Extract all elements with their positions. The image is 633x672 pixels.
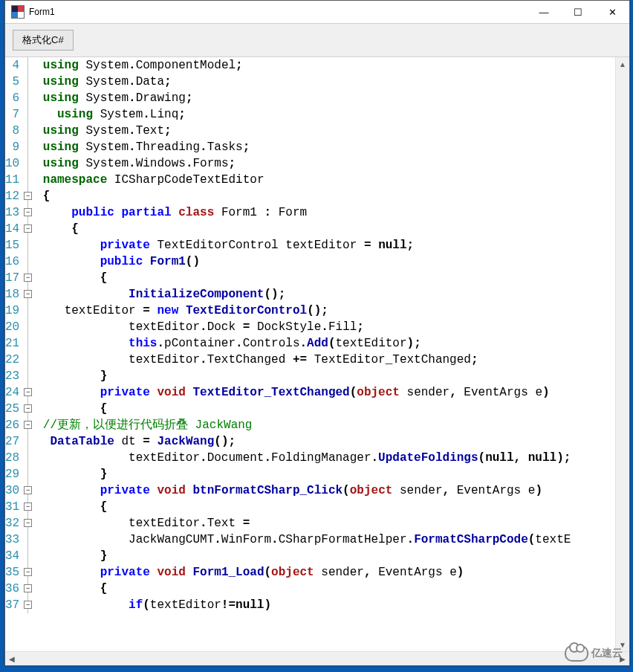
code-line[interactable]: private void btnFormatCSharp_Click(objec… bbox=[36, 482, 615, 499]
code-line[interactable]: { bbox=[36, 188, 615, 204]
code-line[interactable]: using System.Windows.Forms; bbox=[36, 155, 615, 172]
line-number: 36 bbox=[5, 581, 19, 597]
toolbar: 格式化C# bbox=[5, 24, 629, 57]
line-number: 28 bbox=[5, 450, 19, 466]
line-number: 23 bbox=[5, 368, 19, 384]
code-line[interactable]: using System.Threading.Tasks; bbox=[36, 139, 615, 155]
scroll-left-icon[interactable]: ◀ bbox=[5, 652, 19, 665]
scroll-up-icon[interactable]: ▲ bbox=[616, 57, 629, 71]
code-line[interactable]: this.pContainer.Controls.Add(textEditor)… bbox=[36, 335, 615, 352]
watermark: 亿速云 bbox=[565, 645, 623, 662]
code-line[interactable]: textEditor.Text = bbox=[36, 515, 615, 532]
line-number: 12 bbox=[5, 188, 19, 204]
code-area[interactable]: using System.ComponentModel; using Syste… bbox=[36, 57, 615, 651]
line-number: 24 bbox=[5, 384, 19, 401]
code-line[interactable]: private void TextEditor_TextChanged(obje… bbox=[36, 384, 615, 401]
watermark-text: 亿速云 bbox=[591, 647, 623, 660]
line-number: 19 bbox=[5, 303, 19, 319]
maximize-button[interactable]: ☐ bbox=[561, 1, 595, 23]
line-number: 13 bbox=[5, 204, 19, 221]
code-line[interactable]: public Form1() bbox=[36, 253, 615, 270]
code-line[interactable]: textEditor.TextChanged += TextEditor_Tex… bbox=[36, 352, 615, 368]
fold-toggle-icon[interactable]: − bbox=[24, 486, 32, 494]
line-number: 22 bbox=[5, 352, 19, 368]
code-line[interactable]: } bbox=[36, 548, 615, 564]
line-number: 6 bbox=[5, 90, 19, 106]
line-number: 20 bbox=[5, 319, 19, 335]
format-csharp-button[interactable]: 格式化C# bbox=[13, 30, 74, 51]
horizontal-scrollbar[interactable]: ◀ ▶ bbox=[5, 651, 629, 665]
fold-toggle-icon[interactable]: − bbox=[24, 388, 32, 396]
code-line[interactable]: //更新，以便进行代码折叠 JackWang bbox=[36, 417, 615, 433]
line-number: 21 bbox=[5, 335, 19, 352]
fold-toggle-icon[interactable]: − bbox=[24, 224, 32, 233]
line-number: 11 bbox=[5, 172, 19, 188]
code-line[interactable]: using System.Linq; bbox=[36, 106, 615, 123]
line-number: 25 bbox=[5, 401, 19, 417]
line-number: 32 bbox=[5, 515, 19, 532]
line-number: 4 bbox=[5, 57, 19, 74]
line-number: 37 bbox=[5, 597, 19, 613]
code-line[interactable]: using System.ComponentModel; bbox=[36, 57, 615, 74]
fold-toggle-icon[interactable]: − bbox=[24, 519, 32, 527]
fold-toggle-icon[interactable]: − bbox=[24, 404, 32, 413]
line-number: 15 bbox=[5, 237, 19, 253]
code-line[interactable]: } bbox=[36, 368, 615, 384]
fold-toggle-icon[interactable]: − bbox=[24, 568, 32, 576]
code-line[interactable]: using System.Text; bbox=[36, 123, 615, 139]
code-line[interactable]: if(textEditor!=null) bbox=[36, 597, 615, 613]
code-line[interactable]: InitializeComponent(); bbox=[36, 286, 615, 303]
code-editor[interactable]: 4567891011121314151617181920212223242526… bbox=[5, 57, 629, 665]
fold-toggle-icon[interactable]: − bbox=[24, 421, 32, 429]
vertical-scrollbar[interactable]: ▲ ▼ bbox=[615, 57, 629, 651]
fold-toggle-icon[interactable]: − bbox=[24, 274, 32, 282]
code-line[interactable]: private TextEditorControl textEditor = n… bbox=[36, 237, 615, 253]
line-number: 35 bbox=[5, 564, 19, 581]
code-line[interactable]: { bbox=[36, 221, 615, 237]
fold-toggle-icon[interactable]: − bbox=[24, 290, 32, 298]
scroll-track[interactable] bbox=[19, 652, 616, 665]
line-number: 8 bbox=[5, 123, 19, 139]
code-line[interactable]: { bbox=[36, 499, 615, 515]
line-number: 14 bbox=[5, 221, 19, 237]
code-line[interactable]: private void Form1_Load(object sender, E… bbox=[36, 564, 615, 581]
scroll-track[interactable] bbox=[616, 71, 629, 638]
code-line[interactable]: { bbox=[36, 401, 615, 417]
line-number: 5 bbox=[5, 74, 19, 90]
code-line[interactable]: DataTable dt = JackWang(); bbox=[36, 433, 615, 450]
app-icon bbox=[11, 5, 25, 19]
line-number: 33 bbox=[5, 532, 19, 548]
code-line[interactable]: textEditor.Dock = DockStyle.Fill; bbox=[36, 319, 615, 335]
code-line[interactable]: using System.Drawing; bbox=[36, 90, 615, 106]
code-line[interactable]: } bbox=[36, 466, 615, 482]
close-button[interactable]: ✕ bbox=[595, 1, 629, 23]
line-number: 26 bbox=[5, 417, 19, 433]
line-number: 17 bbox=[5, 270, 19, 286]
line-number: 16 bbox=[5, 253, 19, 270]
code-line[interactable]: JackWangCUMT.WinForm.CSharpFormatHelper.… bbox=[36, 532, 615, 548]
code-line[interactable]: namespace ICSharpCodeTextEditor bbox=[36, 172, 615, 188]
line-number: 27 bbox=[5, 433, 19, 450]
code-line[interactable]: textEditor = new TextEditorControl(); bbox=[36, 303, 615, 319]
line-number: 29 bbox=[5, 466, 19, 482]
code-line[interactable]: public partial class Form1 : Form bbox=[36, 204, 615, 221]
line-number: 30 bbox=[5, 482, 19, 499]
fold-toggle-icon[interactable]: − bbox=[24, 503, 32, 511]
code-line[interactable]: { bbox=[36, 581, 615, 597]
code-line[interactable]: { bbox=[36, 270, 615, 286]
fold-toggle-icon[interactable]: − bbox=[24, 601, 32, 609]
fold-gutter[interactable]: −−−−−−−−−−−−−− bbox=[22, 57, 36, 651]
code-line[interactable]: using System.Data; bbox=[36, 74, 615, 90]
line-number: 31 bbox=[5, 499, 19, 515]
window-title: Form1 bbox=[29, 7, 55, 17]
code-line[interactable]: textEditor.Document.FoldingManager.Updat… bbox=[36, 450, 615, 466]
cloud-icon bbox=[565, 645, 588, 662]
line-number: 34 bbox=[5, 548, 19, 564]
titlebar[interactable]: Form1 — ☐ ✕ bbox=[5, 1, 629, 24]
fold-toggle-icon[interactable]: − bbox=[24, 208, 32, 216]
fold-toggle-icon[interactable]: − bbox=[24, 192, 32, 200]
minimize-button[interactable]: — bbox=[527, 1, 561, 23]
line-number: 18 bbox=[5, 286, 19, 303]
line-number: 7 bbox=[5, 106, 19, 123]
fold-toggle-icon[interactable]: − bbox=[24, 584, 32, 592]
